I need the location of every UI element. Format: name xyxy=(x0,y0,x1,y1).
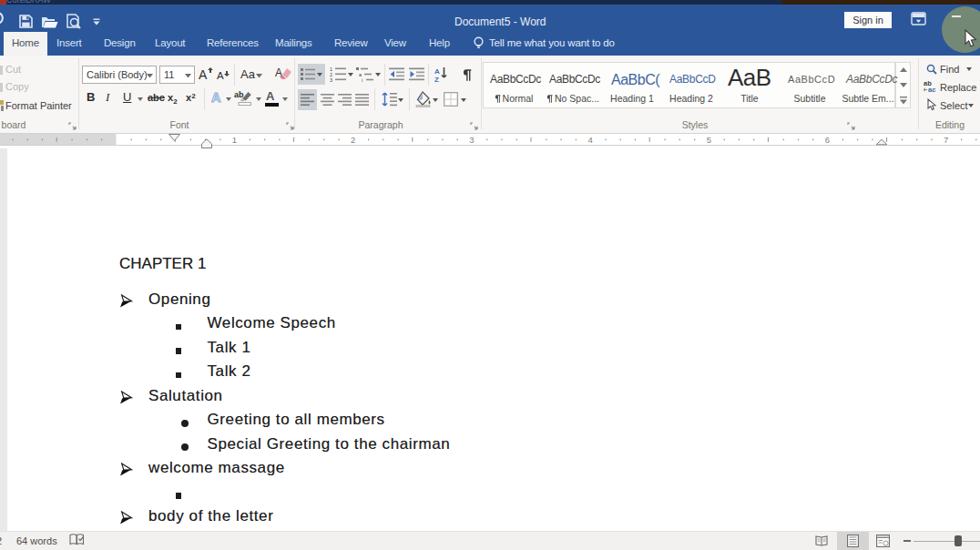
svg-text:3: 3 xyxy=(330,77,332,82)
svg-text:ac: ac xyxy=(928,86,935,93)
svg-text:4: 4 xyxy=(587,135,592,145)
svg-text:3: 3 xyxy=(469,135,474,145)
svg-text:5: 5 xyxy=(707,135,711,145)
svg-text:i: i xyxy=(362,77,362,82)
svg-text:6: 6 xyxy=(825,135,830,145)
svg-text:1: 1 xyxy=(232,135,237,145)
svg-text:7: 7 xyxy=(944,135,948,145)
svg-text:2: 2 xyxy=(351,135,355,145)
svg-text:Z: Z xyxy=(434,76,439,83)
